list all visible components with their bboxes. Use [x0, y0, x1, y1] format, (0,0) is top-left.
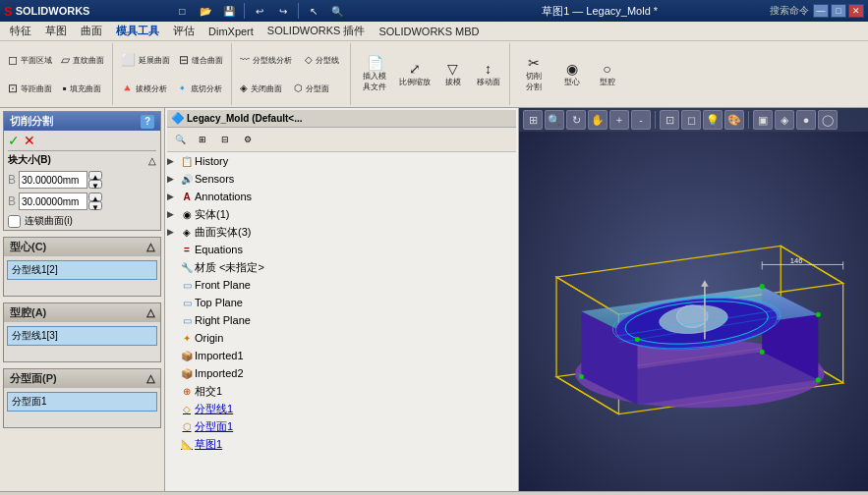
cavity-panel-title: 型腔(A) △ [4, 303, 160, 322]
core-btn[interactable]: ◉ 型心 [554, 47, 589, 102]
handle-bl[interactable] [579, 374, 584, 379]
knit-surface-btn[interactable]: ⊟ 缝合曲面 [175, 46, 227, 74]
tree-item-sketch1[interactable]: ▶ 📐 草图1 [167, 435, 516, 453]
move-face-btn[interactable]: ↕ 移动面 [471, 47, 505, 102]
offset-surface-btn[interactable]: ⊡ 等距曲面 [4, 75, 56, 102]
vp-ambi[interactable]: ◯ [818, 110, 838, 130]
cavity-collapse[interactable]: △ [146, 306, 154, 319]
scale-btn[interactable]: ⤢ 比例缩放 [395, 47, 434, 102]
tree-item-intersect[interactable]: ▶ ⊕ 相交1 [167, 382, 516, 400]
block-size-input-1[interactable] [19, 171, 87, 189]
tree-item-annotations[interactable]: ▶ A Annotations [167, 188, 516, 205]
toolbar-zoom[interactable]: 🔍 [326, 0, 348, 22]
undercut-analysis-btn[interactable]: 🔹 底切分析 [172, 75, 226, 102]
parting-surface-collapse[interactable]: △ [146, 372, 154, 385]
vp-rotate[interactable]: ↻ [566, 110, 586, 130]
vp-shadows[interactable]: ● [796, 110, 816, 130]
spin-up-2[interactable]: ▲ [88, 192, 102, 201]
vp-view-orient[interactable]: ▣ [753, 110, 773, 130]
tree-item-equations[interactable]: ▶ = Equations [167, 241, 516, 258]
tree-collapse-btn[interactable]: ⊟ [214, 129, 236, 150]
handle-br[interactable] [816, 377, 821, 382]
fill-surface-label: 填充曲面 [70, 83, 101, 94]
close-surface-btn[interactable]: ◈ 关闭曲面 [236, 75, 286, 102]
parting2-label: 分型面1 [195, 419, 233, 434]
cavity-item[interactable]: 分型线1[3] [7, 326, 157, 346]
tree-item-sensors[interactable]: ▶ 🔊 Sensors [167, 170, 516, 188]
vp-lights[interactable]: 💡 [703, 110, 723, 130]
spin-down-1[interactable]: ▼ [88, 180, 102, 189]
spin-up-1[interactable]: ▲ [88, 171, 102, 180]
parting-surface-item[interactable]: 分型面1 [7, 392, 157, 412]
draft-analysis-btn[interactable]: 🔺 拔模分析 [117, 75, 171, 102]
toolbar-save[interactable]: 💾 [218, 0, 240, 22]
tree-item-origin[interactable]: ▶ ✦ Origin [167, 329, 516, 347]
tree-item-imported2[interactable]: ▶ 📦 Imported2 [167, 364, 516, 382]
menu-features[interactable]: 特征 [4, 22, 37, 40]
tree-item-history[interactable]: ▶ 📋 History [167, 152, 516, 170]
handle-tr[interactable] [760, 350, 765, 355]
menu-mold[interactable]: 模具工具 [110, 22, 165, 40]
toolbar-undo[interactable]: ↩ [249, 0, 270, 22]
vp-appearance[interactable]: 🎨 [724, 110, 744, 130]
accept-btn[interactable]: ✓ [8, 133, 20, 148]
tree-expand-btn[interactable]: ⊞ [192, 129, 213, 150]
block-size-input-2[interactable] [19, 192, 87, 210]
menu-dimxpert[interactable]: DimXpert [203, 24, 260, 39]
ruled-surface-icon: ▱ [61, 54, 70, 66]
spin-down-2[interactable]: ▼ [88, 201, 102, 210]
toolbar-open[interactable]: 📂 [195, 0, 216, 22]
vp-perspective[interactable]: ◈ [775, 110, 794, 130]
viewport[interactable]: ⊞ 🔍 ↻ ✋ + - ⊡ ◻ 💡 🎨 ▣ ◈ ● ◯ [519, 108, 868, 491]
cavity-btn[interactable]: ○ 型腔 [590, 47, 624, 102]
tree-item-parting1[interactable]: ▶ ◇ 分型线1 [167, 400, 516, 417]
core-collapse[interactable]: △ [146, 241, 154, 253]
handle-tr2[interactable] [816, 312, 821, 317]
menu-sw-mbd[interactable]: SOLIDWORKS MBD [373, 24, 485, 39]
extend-surface-btn[interactable]: ⬜ 延展曲面 [117, 46, 174, 74]
toolbar-new[interactable]: □ [171, 0, 193, 22]
maximize-btn[interactable]: □ [831, 4, 846, 18]
vp-zoom-in[interactable]: + [609, 110, 629, 130]
reject-btn[interactable]: ✕ [24, 133, 35, 148]
knit-surface-icon: ⊟ [179, 54, 189, 66]
tree-item-surface[interactable]: ▶ ◈ 曲面实体(3) [167, 223, 516, 241]
tree-item-imported1[interactable]: ▶ 📦 Imported1 [167, 347, 516, 364]
menu-evaluate[interactable]: 评估 [167, 22, 201, 40]
tree-item-right[interactable]: ▶ ▭ Right Plane [167, 311, 516, 329]
vp-display[interactable]: ◻ [681, 110, 701, 130]
handle-tt[interactable] [760, 284, 765, 289]
close-btn[interactable]: ✕ [848, 4, 864, 18]
fill-surface-btn[interactable]: ▪ 填充曲面 [57, 75, 106, 102]
tree-item-top[interactable]: ▶ ▭ Top Plane [167, 294, 516, 311]
vp-zoom-out[interactable]: - [631, 110, 651, 130]
ruled-surface-btn[interactable]: ▱ 直纹曲面 [57, 46, 108, 74]
vp-zoom-box[interactable]: 🔍 [545, 110, 564, 130]
vp-pan[interactable]: ✋ [588, 110, 608, 130]
cut-split-btn[interactable]: ✂ 切削分割 [514, 47, 553, 102]
menu-surface[interactable]: 曲面 [75, 22, 108, 40]
tree-settings-btn[interactable]: ⚙ [237, 129, 259, 150]
link-surfaces-check[interactable] [8, 215, 21, 228]
tree-item-front[interactable]: ▶ ▭ Front Plane [167, 276, 516, 294]
tree-item-parting2[interactable]: ▶ ⬡ 分型面1 [167, 417, 516, 435]
minimize-btn[interactable]: — [813, 4, 829, 18]
menu-sw-plugins[interactable]: SOLIDWORKS 插件 [261, 22, 372, 40]
parting-line-btn[interactable]: ◇ 分型线 [297, 46, 346, 74]
toolbar-select[interactable]: ↖ [303, 0, 324, 22]
vp-section[interactable]: ⊡ [660, 110, 679, 130]
planar-region-btn[interactable]: ◻ 平面区域 [4, 46, 56, 74]
block-size-collapse[interactable]: △ [148, 155, 156, 166]
insert-mold-btn[interactable]: 📄 插入模具文件 [355, 47, 394, 102]
parting-line-analysis-btn[interactable]: 〰 分型线分析 [236, 46, 296, 74]
cut-panel-help[interactable]: ? [141, 115, 154, 129]
tree-filter-btn[interactable]: 🔍 [169, 129, 191, 150]
vp-zoom-fit[interactable]: ⊞ [523, 110, 543, 130]
menu-sketch[interactable]: 草图 [39, 22, 73, 40]
tree-item-material[interactable]: ▶ 🔧 材质 <未指定> [167, 258, 516, 276]
parting-surface-btn[interactable]: ⬡ 分型面 [287, 75, 336, 102]
draft-btn[interactable]: ▽ 拔模 [435, 47, 470, 102]
core-item[interactable]: 分型线1[2] [7, 260, 157, 280]
tree-item-solid[interactable]: ▶ ◉ 实体(1) [167, 205, 516, 223]
toolbar-redo[interactable]: ↪ [272, 0, 294, 22]
